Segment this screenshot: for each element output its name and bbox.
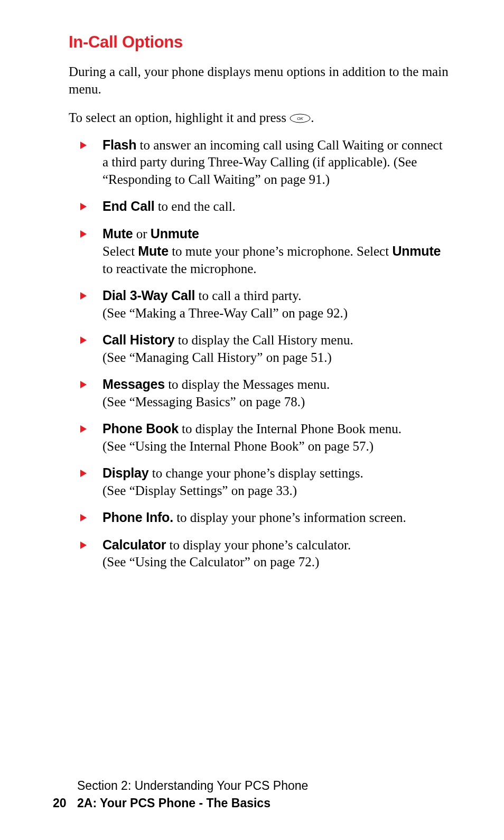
option-text: to display your phone’s information scre…	[173, 510, 406, 525]
option-text: to answer an incoming call using Call Wa…	[102, 138, 443, 186]
option-text: Select	[102, 244, 138, 258]
option-label: Phone Info.	[102, 510, 173, 525]
option-text: or	[133, 227, 151, 241]
list-item: Display to change your phone’s display s…	[80, 464, 451, 499]
list-item: Flash to answer an incoming call using C…	[80, 136, 451, 189]
ok-key-icon: OK	[290, 110, 311, 128]
list-item: Dial 3-Way Call to call a third party. (…	[80, 287, 451, 322]
option-label: Phone Book	[102, 421, 179, 436]
option-label: Unmute	[392, 244, 441, 258]
option-text: to reactivate the microphone.	[102, 262, 257, 276]
option-label: Unmute	[151, 226, 199, 241]
footer-section: Section 2: Understanding Your PCS Phone	[77, 779, 451, 793]
option-label: Display	[102, 465, 149, 480]
option-label: Messages	[102, 377, 165, 391]
intro-paragraph: During a call, your phone displays menu …	[69, 63, 451, 98]
option-text: to mute your phone’s microphone. Select	[169, 244, 393, 258]
list-item: End Call to end the call.	[80, 198, 451, 216]
svg-text:OK: OK	[297, 116, 304, 121]
option-label: End Call	[102, 199, 154, 213]
lead-paragraph: To select an option, highlight it and pr…	[69, 109, 451, 128]
list-item: Calculator to display your phone’s calcu…	[80, 536, 451, 571]
list-item: Mute or Unmute Select Mute to mute your …	[80, 225, 451, 278]
lead-text-before: To select an option, highlight it and pr…	[69, 110, 290, 125]
page-footer: Section 2: Understanding Your PCS Phone …	[53, 779, 451, 810]
options-list: Flash to answer an incoming call using C…	[80, 136, 451, 571]
footer-chapter: 2A: Your PCS Phone - The Basics	[77, 796, 270, 810]
option-label: Call History	[102, 332, 175, 347]
option-label: Mute	[138, 244, 169, 258]
option-label: Mute	[102, 226, 133, 241]
lead-text-after: .	[311, 110, 314, 125]
list-item: Call History to display the Call History…	[80, 331, 451, 366]
option-label: Flash	[102, 137, 136, 152]
option-text: to end the call.	[154, 199, 235, 213]
list-item: Messages to display the Messages menu. (…	[80, 376, 451, 410]
option-label: Calculator	[102, 537, 166, 552]
page: In-Call Options During a call, your phon…	[0, 0, 504, 840]
page-number: 20	[53, 796, 77, 810]
list-item: Phone Info. to display your phone’s info…	[80, 509, 451, 527]
option-label: Dial 3-Way Call	[102, 288, 195, 303]
section-heading: In-Call Options	[69, 33, 451, 52]
list-item: Phone Book to display the Internal Phone…	[80, 420, 451, 455]
